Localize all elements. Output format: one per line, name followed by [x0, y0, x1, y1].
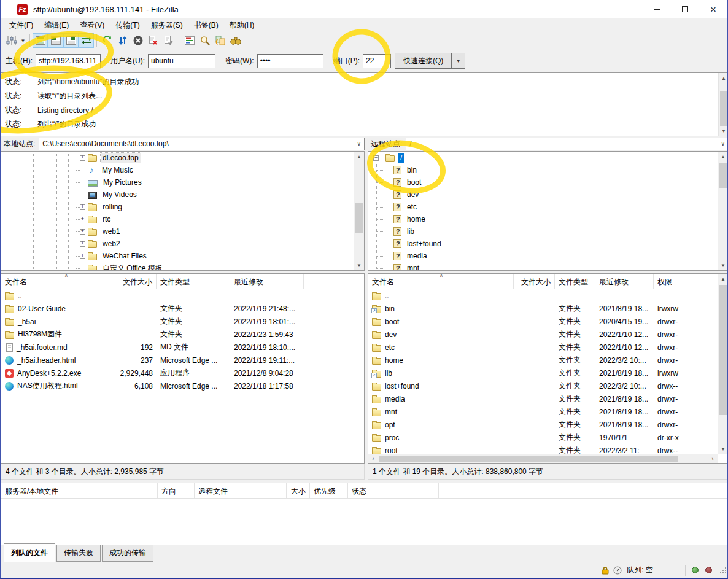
- disconnect-button[interactable]: [145, 33, 161, 48]
- file-row[interactable]: lib 文件夹 2021/8/19 18... lrwxrw: [368, 367, 728, 379]
- file-row[interactable]: etc 文件夹 2022/1/10 12... drwxr-: [368, 341, 728, 354]
- scrollbar-thumb[interactable]: [720, 91, 727, 126]
- secure-connection-lock-icon[interactable]: [601, 566, 610, 575]
- chevron-down-icon[interactable]: ∨: [717, 141, 725, 147]
- file-row[interactable]: AnyDesk+5.2.2.exe 2,929,448 应用程序 2021/12…: [1, 367, 364, 379]
- tree-item[interactable]: 自定义 Office 模板: [1, 262, 364, 271]
- file-row[interactable]: _h5ai.footer.md 192 MD 文件 2022/1/19 18:1…: [1, 341, 364, 354]
- tree-expander-icon[interactable]: [80, 254, 85, 259]
- toggle-remote-tree-button[interactable]: [63, 33, 79, 48]
- remote-list-hscrollbar[interactable]: ‹ ›: [368, 454, 718, 463]
- queue-tab[interactable]: 成功的传输: [102, 545, 153, 562]
- scrollbar-thumb[interactable]: [379, 456, 678, 462]
- directory-listing-filters-button[interactable]: [182, 33, 197, 48]
- file-row[interactable]: Hi3798M固件 文件夹 2022/1/23 1:59:43: [1, 328, 364, 341]
- synchronized-browsing-button[interactable]: [212, 33, 228, 48]
- menu-item[interactable]: 编辑(E): [39, 18, 74, 33]
- file-row[interactable]: bin 文件夹 2021/8/19 18... lrwxrw: [368, 302, 728, 315]
- scroll-down-icon[interactable]: ▼: [354, 260, 364, 270]
- tree-item[interactable]: etc: [368, 201, 728, 213]
- scroll-right-icon[interactable]: ›: [708, 454, 718, 463]
- file-row[interactable]: lost+found 文件夹 2022/3/2 10:... drwx--: [368, 379, 728, 392]
- file-row[interactable]: _h5ai 文件夹 2022/1/19 18:01:...: [1, 315, 364, 328]
- scrollbar-thumb[interactable]: [355, 203, 363, 233]
- tree-item[interactable]: media: [368, 250, 728, 262]
- file-row[interactable]: home 文件夹 2022/3/2 10:... drwxr-: [368, 354, 728, 367]
- column-header-modified[interactable]: 最近修改: [595, 274, 654, 289]
- tree-item[interactable]: web1: [1, 225, 364, 238]
- site-manager-button[interactable]: [4, 33, 19, 48]
- remote-tree-scrollbar[interactable]: ▲ ▼: [718, 152, 728, 270]
- tree-expander-icon[interactable]: [80, 229, 85, 235]
- tree-item[interactable]: dl.ecoo.top: [1, 152, 364, 164]
- tree-item[interactable]: My Videos: [1, 188, 364, 201]
- queue-column-server-local-file[interactable]: 服务器/本地文件: [1, 483, 158, 498]
- file-row[interactable]: _h5ai.header.html 237 Microsoft Edge ...…: [1, 354, 364, 367]
- column-header-filesize[interactable]: 文件大小: [514, 274, 555, 289]
- local-tree-scrollbar[interactable]: ▲ ▼: [354, 152, 364, 270]
- tree-expander-icon[interactable]: [373, 155, 379, 161]
- menu-item[interactable]: 传输(T): [110, 18, 145, 33]
- scroll-up-icon[interactable]: ▲: [718, 152, 728, 161]
- tree-item[interactable]: mnt: [368, 262, 728, 271]
- scroll-up-icon[interactable]: ▲: [718, 274, 728, 284]
- speed-limits-icon[interactable]: [613, 566, 622, 575]
- remote-list-vscrollbar[interactable]: ▲ ▼: [718, 274, 728, 454]
- file-row[interactable]: 02-User Guide 文件夹 2022/1/19 21:48:...: [1, 302, 364, 315]
- menu-item[interactable]: 文件(F): [4, 18, 39, 33]
- close-button[interactable]: ×: [699, 0, 727, 18]
- resize-grip[interactable]: [719, 566, 727, 574]
- tree-item[interactable]: bin: [368, 164, 728, 176]
- menu-item[interactable]: 服务器(S): [145, 18, 188, 33]
- find-files-button[interactable]: [228, 33, 243, 48]
- scroll-down-icon[interactable]: ▼: [718, 260, 728, 270]
- column-header-filetype[interactable]: 文件类型: [555, 274, 595, 289]
- scroll-up-icon[interactable]: ▲: [354, 152, 364, 161]
- password-input[interactable]: [257, 54, 323, 68]
- queue-tab[interactable]: 列队的文件: [4, 543, 55, 562]
- quickconnect-dropdown[interactable]: ▼: [452, 53, 465, 69]
- scrollbar-thumb[interactable]: [719, 285, 727, 415]
- menu-item[interactable]: 书签(B): [188, 18, 224, 33]
- queue-tab[interactable]: 传输失败: [56, 545, 101, 562]
- queue-column-size[interactable]: 大小: [287, 483, 310, 498]
- cancel-operation-button[interactable]: [130, 33, 145, 48]
- scrollbar-thumb[interactable]: [719, 163, 727, 188]
- file-row[interactable]: media 文件夹 2021/8/19 18... drwxr-: [368, 392, 728, 405]
- file-row[interactable]: mnt 文件夹 2021/8/19 18... drwxr-: [368, 405, 728, 418]
- local-site-combobox[interactable]: C:\Users\ecoo\Documents\dl.ecoo.top\ ∨: [39, 138, 365, 150]
- queue-column-priority[interactable]: 优先级: [310, 483, 348, 498]
- tree-expander-icon[interactable]: [80, 217, 85, 222]
- toggle-transfer-queue-button[interactable]: [79, 33, 94, 48]
- tree-item[interactable]: WeChat Files: [1, 250, 364, 262]
- tree-item[interactable]: lib: [368, 225, 728, 238]
- file-row[interactable]: opt 文件夹 2021/8/19 18... drwxr-: [368, 418, 728, 431]
- maximize-button[interactable]: [671, 0, 699, 18]
- tree-item[interactable]: /: [368, 152, 728, 164]
- tree-item[interactable]: boot: [368, 176, 728, 188]
- column-header-permissions[interactable]: 权限: [654, 274, 728, 289]
- remote-site-combobox[interactable]: / ∨: [406, 138, 728, 150]
- queue-column-status[interactable]: 状态: [348, 483, 439, 498]
- directory-comparison-button[interactable]: [197, 33, 212, 48]
- scroll-left-icon[interactable]: ‹: [368, 454, 378, 463]
- tree-item[interactable]: rolling: [1, 201, 364, 213]
- site-manager-dropdown[interactable]: ▼: [19, 33, 27, 48]
- column-header-filename[interactable]: 文件名: [1, 274, 107, 289]
- refresh-button[interactable]: [99, 33, 115, 48]
- port-input[interactable]: [363, 54, 391, 68]
- file-row[interactable]: proc 文件夹 1970/1/1 dr-xr-x: [368, 431, 728, 444]
- file-row[interactable]: ..: [1, 289, 364, 302]
- menu-item[interactable]: 帮助(H): [224, 18, 260, 33]
- file-row[interactable]: boot 文件夹 2020/4/15 19... drwxr-: [368, 315, 728, 328]
- username-input[interactable]: [148, 54, 215, 68]
- tree-item[interactable]: My Pictures: [1, 176, 364, 188]
- file-row[interactable]: NAS使用教程.html 6,108 Microsoft Edge ... 20…: [1, 379, 364, 392]
- scroll-down-icon[interactable]: ▼: [719, 126, 728, 136]
- column-header-modified[interactable]: 最近修改: [230, 274, 304, 289]
- scroll-down-icon[interactable]: ▼: [718, 444, 728, 454]
- host-input[interactable]: [36, 54, 101, 68]
- toggle-message-log-button[interactable]: [33, 33, 48, 48]
- tree-item[interactable]: dev: [368, 188, 728, 201]
- tree-item[interactable]: web2: [1, 238, 364, 250]
